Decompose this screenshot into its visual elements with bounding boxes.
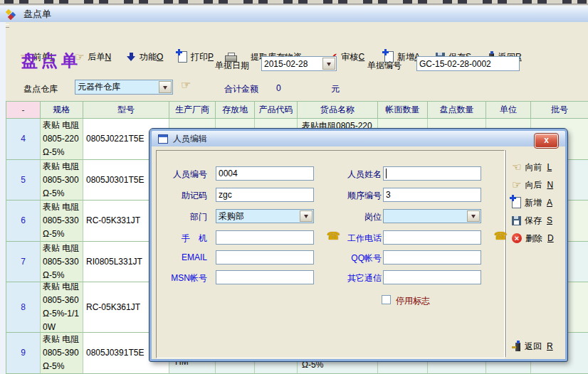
function-button[interactable]: 功能O [127,50,163,64]
print-button[interactable]: 打印P [178,50,214,64]
hand-right-icon: ☞ [512,180,521,191]
floppy-save-icon [512,216,521,225]
page-plus-icon [178,51,187,63]
emp-no-label: 人员编号 [154,169,207,181]
inventory-sheet-icon [6,9,19,20]
total-amount-value: 0 [276,83,281,93]
client-edge [0,22,6,374]
cell-spec[interactable]: 表贴 电阻0805-360Ω-5%-1/10W [41,282,83,333]
warehouse-label: 盘点仓库 [23,83,58,95]
other-contact-input[interactable] [383,270,481,284]
page-plus-icon [512,197,521,208]
column-header[interactable]: 单位 [486,102,531,119]
dialog-save-button[interactable]: 保存S [512,213,552,228]
emp-name-input[interactable] [383,166,481,181]
cell-spec[interactable]: 表贴 电阻0805-330Ω-5% [41,242,83,282]
personnel-edit-dialog: 人员编辑 x 人员编号 人员姓名 助记码 顺序编号 部门 采购部 岗位 手 机 … [149,129,567,361]
dialog-return-button[interactable]: 返回R [512,339,553,353]
dialog-add-button[interactable]: 新增A [512,196,552,210]
column-header[interactable]: 存放地 [216,102,255,119]
doc-no-label: 单据编号 [367,60,401,72]
window-title: 盘点单 [23,8,51,21]
combo-dropdown-button[interactable] [467,210,480,222]
qq-input[interactable] [383,250,481,265]
phone-icon[interactable]: ☎ [494,231,508,242]
window-icon [158,134,168,144]
column-header[interactable]: 型号 [83,102,169,119]
toolbar: ☜ 前单L ☞ 后单N 功能O 打印P 提取库存物资 ✔ 审核C 新增A [0,22,588,50]
exit-door-icon [512,341,521,352]
column-header[interactable]: 帐面数量 [378,102,428,119]
mnemonic-label: 助记码 [154,190,207,202]
combo-dropdown-button[interactable] [322,58,335,70]
disable-flag-checkbox[interactable] [382,295,391,304]
column-header[interactable]: - [6,102,41,119]
total-amount-label: 合计金额 [224,83,258,95]
doc-date-combobox[interactable]: 2015-02-28 [261,56,337,71]
seq-no-input[interactable] [383,188,481,202]
dialog-forward-button[interactable]: ☜ 向前L [512,160,552,174]
dialog-backward-button[interactable]: ☞ 向后N [512,178,553,192]
mobile-input[interactable] [216,230,314,245]
column-header[interactable]: 规格 [41,102,83,119]
panel-divider [505,150,507,357]
cell-row-number[interactable]: 7 [6,242,41,282]
post-label: 岗位 [331,211,382,223]
cell-row-number[interactable]: 8 [6,282,41,333]
doc-date-label: 单据日期 [215,60,249,72]
text-caret [386,169,387,178]
delete-icon: × [512,233,522,243]
combo-dropdown-button[interactable] [159,81,172,93]
pointing-finger-icon[interactable]: ☞ [181,80,191,91]
cell-row-number[interactable]: 9 [6,333,41,374]
dept-combobox[interactable]: 采购部 [216,209,314,223]
qq-label: QQ帐号 [331,252,382,265]
total-amount-unit: 元 [331,83,340,95]
table-header-row: - 规格 型号 生产厂商 存放地 产品代码 货品名称 帐面数量 盘点数量 单位 … [6,102,588,119]
combo-dropdown-button[interactable] [300,210,313,222]
dialog-delete-button[interactable]: × 删除D [512,231,554,245]
seq-no-label: 顺序编号 [331,190,382,202]
work-phone-label: 工作电话 [331,233,382,245]
msn-label: MSN帐号 [154,272,207,284]
down-arrow-icon [127,52,136,62]
other-contact-label: 其它通信 [331,272,382,284]
disable-flag-label: 停用标志 [396,295,430,307]
column-header[interactable]: 生产厂商 [169,102,216,119]
hand-left-icon: ☜ [512,162,521,173]
msn-input[interactable] [216,270,314,284]
column-header[interactable]: 批号 [531,102,588,119]
dialog-title: 人员编辑 [173,133,207,145]
post-combobox[interactable] [383,209,481,223]
cell-row-number[interactable]: 6 [6,201,41,242]
doc-no-input[interactable]: GC-15-02-28-0002 [416,56,520,71]
mnemonic-input[interactable] [216,188,314,202]
column-header[interactable]: 产品代码 [255,102,298,119]
clipped-menu-bar [0,0,588,6]
work-phone-input[interactable] [383,230,481,245]
email-input[interactable] [216,250,314,265]
dialog-titlebar[interactable]: 人员编辑 [152,131,565,146]
page-title: 盘点单 [21,50,81,72]
column-header[interactable]: 货品名称 [298,102,378,119]
cell-spec[interactable]: 表贴 电阻0805-390Ω-5% [41,333,83,374]
cell-row-number[interactable]: 4 [6,119,41,160]
close-icon[interactable]: x [535,134,558,148]
cell-spec[interactable]: 表贴 电阻0805-220Ω-5% [41,119,83,160]
cell-spec[interactable]: 表贴 电阻0805-300Ω-5% [41,160,83,201]
dept-label: 部门 [154,211,207,223]
email-label: EMAIL [154,252,207,262]
emp-name-label: 人员姓名 [331,169,382,181]
warehouse-combobox[interactable]: 元器件仓库 [75,80,173,95]
app-window: 盘点单 ☜ 前单L ☞ 后单N 功能O 打印P 提取库存物资 ✔ 审核C [0,0,588,374]
mobile-label: 手 机 [154,233,207,245]
emp-no-input[interactable] [216,166,314,181]
cell-row-number[interactable]: 5 [6,160,41,201]
column-header[interactable]: 盘点数量 [428,102,486,119]
mdi-titlebar: 盘点单 [0,6,588,23]
cell-spec[interactable]: 表贴 电阻0805-330Ω-5% [41,201,83,242]
